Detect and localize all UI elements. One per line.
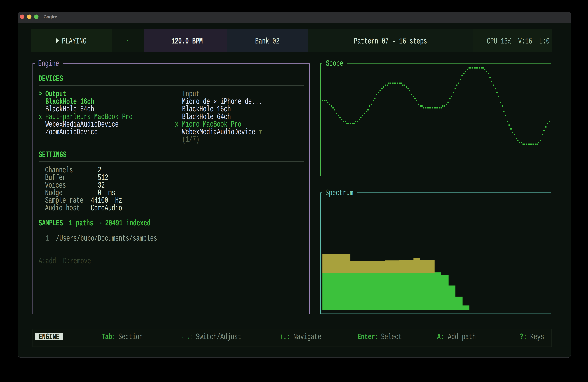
svg-text:Audio host: Audio host <box>45 204 80 213</box>
svg-text:A:add: A:add <box>39 257 56 266</box>
svg-text:ZoomAudioDevice: ZoomAudioDevice <box>45 127 98 137</box>
svg-text:1: 1 <box>46 234 49 243</box>
svg-text:Pattern 07 - 16 steps: Pattern 07 - 16 steps <box>354 37 427 46</box>
svg-text:CoreAudio: CoreAudio <box>91 204 122 213</box>
svg-text:?:: ?: <box>520 332 527 342</box>
svg-text:Bank 02: Bank 02 <box>255 37 279 46</box>
svg-text:Cagire: Cagire <box>43 14 57 19</box>
svg-text:Keys: Keys <box>530 332 544 342</box>
svg-text:CPU 13% V:16 L:0: CPU 13% V:16 L:0 <box>487 37 549 46</box>
svg-text:>: > <box>39 90 42 99</box>
svg-text:120.0 BPM: 120.0 BPM <box>171 37 203 46</box>
svg-text:SETTINGS: SETTINGS <box>39 150 66 160</box>
svg-text:PLAYING: PLAYING <box>62 37 86 46</box>
svg-text:D:remove: D:remove <box>63 257 91 266</box>
svg-text:Add path: Add path <box>448 332 476 342</box>
svg-text:↑↓:: ↑↓: <box>280 332 290 342</box>
svg-text:Tab:: Tab: <box>102 332 116 342</box>
svg-text:·: · <box>99 219 103 228</box>
svg-text:SAMPLES: SAMPLES <box>39 219 63 228</box>
svg-text:x: x <box>175 120 179 129</box>
svg-text:Navigate: Navigate <box>294 332 321 342</box>
svg-text:(1/7): (1/7) <box>182 135 199 144</box>
svg-text:Scope: Scope <box>326 59 343 68</box>
svg-text:Spectrum: Spectrum <box>325 188 353 198</box>
svg-text:/Users/bubo/Documents/samples: /Users/bubo/Documents/samples <box>56 234 157 243</box>
svg-text:Engine: Engine <box>38 59 59 68</box>
svg-text:Select: Select <box>381 332 402 342</box>
svg-text:Enter:: Enter: <box>357 332 378 342</box>
svg-text:Switch/Adjust: Switch/Adjust <box>196 332 241 342</box>
svg-text:A:: A: <box>437 332 444 342</box>
svg-text:DEVICES: DEVICES <box>39 74 63 84</box>
svg-text:Section: Section <box>118 332 143 342</box>
svg-text:20491 indexed: 20491 indexed <box>105 219 150 228</box>
svg-text:ENGINE: ENGINE <box>39 332 60 342</box>
svg-text:←→:: ←→: <box>182 332 193 342</box>
svg-text:x: x <box>39 112 42 121</box>
svg-text:1 paths: 1 paths <box>69 219 93 228</box>
